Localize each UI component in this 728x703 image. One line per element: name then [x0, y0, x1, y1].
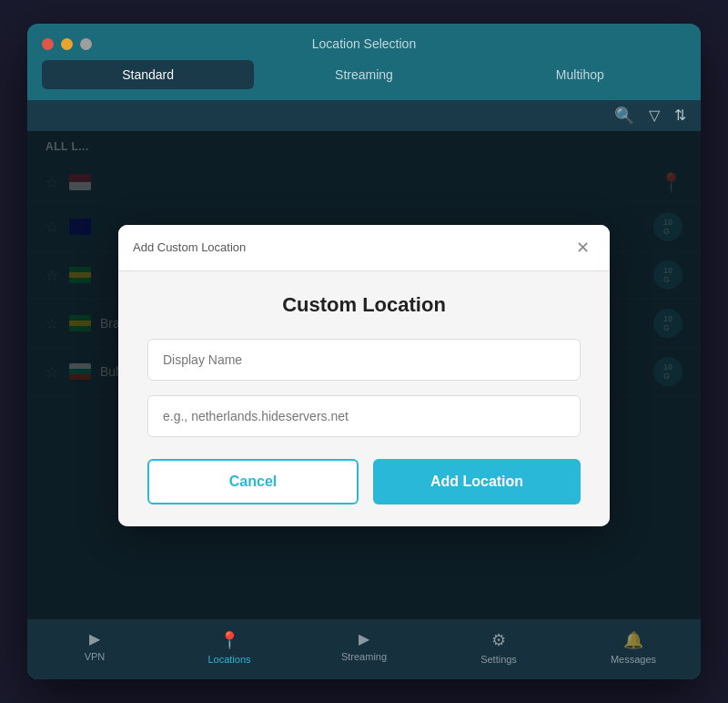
cancel-button[interactable]: Cancel: [147, 459, 359, 504]
nav-item-streaming[interactable]: ▶ Streaming: [297, 627, 431, 668]
locations-icon: 📍: [219, 630, 239, 650]
add-location-button[interactable]: Add Location: [373, 459, 581, 504]
modal-header: Add Custom Location ✕: [118, 225, 610, 271]
maximize-button[interactable]: [80, 38, 92, 50]
window-title: Location Selection: [312, 36, 416, 51]
nav-label-vpn: VPN: [85, 651, 106, 662]
tab-standard[interactable]: Standard: [42, 60, 254, 89]
streaming-icon: ▶: [359, 630, 369, 647]
messages-icon: 🔔: [623, 630, 643, 650]
nav-item-settings[interactable]: ⚙ Settings: [431, 627, 566, 668]
nav-item-vpn[interactable]: ▶ VPN: [27, 627, 162, 668]
search-icon[interactable]: 🔍: [614, 107, 634, 124]
minimize-button[interactable]: [61, 38, 73, 50]
nav-label-locations: Locations: [207, 654, 250, 665]
modal-close-button[interactable]: ✕: [571, 238, 595, 258]
filter-icon[interactable]: ▽: [649, 108, 660, 123]
nav-item-messages[interactable]: 🔔 Messages: [566, 627, 701, 668]
settings-icon: ⚙: [491, 630, 506, 650]
nav-label-messages: Messages: [611, 654, 656, 665]
sort-icon[interactable]: ⇅: [674, 108, 686, 123]
window-controls: [42, 38, 92, 50]
nav-label-settings: Settings: [480, 654, 517, 665]
modal-body: Custom Location: [118, 271, 610, 452]
tab-streaming[interactable]: Streaming: [258, 60, 470, 89]
bottom-nav: ▶ VPN 📍 Locations ▶ Streaming ⚙ Settings…: [27, 619, 701, 679]
modal-header-title: Add Custom Location: [133, 240, 246, 254]
content-area: ALL L... ☆ 📍 ☆ 10G ☆ 10G ☆ Brasil 10G ☆: [27, 131, 701, 619]
modal-title: Custom Location: [282, 293, 446, 317]
nav-label-streaming: Streaming: [341, 651, 387, 662]
custom-location-modal: Add Custom Location ✕ Custom Location Ca…: [118, 225, 610, 526]
tab-multihop[interactable]: Multihop: [474, 60, 686, 89]
app-window: Location Selection Standard Streaming Mu…: [27, 24, 701, 679]
close-button[interactable]: [42, 38, 54, 50]
toolbar: 🔍 ▽ ⇅: [27, 100, 701, 131]
display-name-input[interactable]: [147, 339, 581, 381]
tabs-bar: Standard Streaming Multihop: [27, 60, 701, 100]
modal-footer: Cancel Add Location: [118, 452, 610, 526]
server-address-input[interactable]: [147, 395, 581, 437]
nav-item-locations[interactable]: 📍 Locations: [162, 627, 297, 668]
vpn-icon: ▶: [89, 630, 100, 647]
title-bar: Location Selection: [27, 24, 701, 60]
modal-overlay: Add Custom Location ✕ Custom Location Ca…: [27, 131, 701, 619]
